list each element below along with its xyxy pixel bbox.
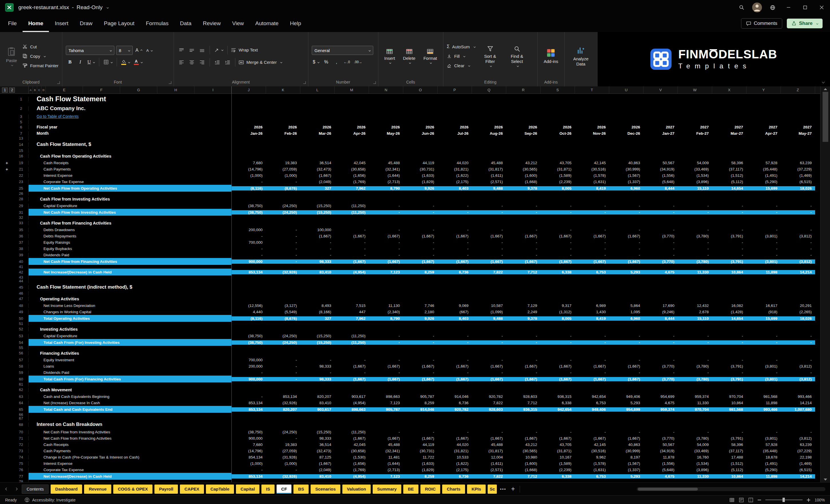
cell[interactable]: 10,167 <box>541 455 575 460</box>
cell[interactable]: 8,005 <box>541 186 575 190</box>
row-label-cell[interactable]: Net Cash Flow from Investing Activities <box>29 209 232 216</box>
cell[interactable]: - <box>609 371 643 375</box>
cell[interactable]: - <box>781 228 815 232</box>
cell[interactable]: (37,229) <box>781 167 815 171</box>
cell[interactable]: - <box>541 334 575 338</box>
cell[interactable]: - <box>643 240 678 245</box>
cell[interactable]: 7,712 <box>506 401 541 405</box>
cell[interactable]: 9,488 <box>472 316 506 321</box>
cell[interactable]: (1,000) <box>232 174 266 178</box>
cell[interactable]: Jun-26 <box>403 131 438 135</box>
cell[interactable]: (4,954) <box>334 270 369 274</box>
cell[interactable]: (34,919) <box>643 449 678 453</box>
row-header[interactable]: 55 <box>14 346 29 350</box>
number-format-select[interactable]: General <box>312 46 373 55</box>
cell[interactable]: - <box>266 247 300 251</box>
cell[interactable]: (1,656) <box>334 174 369 178</box>
borders-button[interactable] <box>102 58 114 66</box>
cell[interactable]: (2,340) <box>369 310 403 314</box>
row-header[interactable]: 3 <box>14 115 29 119</box>
cell[interactable]: - <box>746 334 781 338</box>
cell[interactable]: 7,822 <box>472 270 506 274</box>
cell[interactable]: (30,565) <box>506 449 541 453</box>
cell[interactable]: - <box>678 371 712 375</box>
cell[interactable]: 200,000 <box>232 228 266 232</box>
cell[interactable]: (24,250) <box>266 334 300 338</box>
cell[interactable]: (1,633) <box>403 461 438 466</box>
cell[interactable]: (31,821) <box>438 167 472 171</box>
cell[interactable]: 5,293 <box>609 401 643 405</box>
cell[interactable]: (3,770) <box>643 436 678 441</box>
cell[interactable]: 1,007,680 <box>781 407 815 412</box>
cell[interactable]: 6,960 <box>609 186 643 190</box>
cell[interactable]: (3,127) <box>266 304 300 308</box>
cell[interactable]: 2,180 <box>403 310 438 314</box>
cell[interactable]: 853,134 <box>232 401 266 405</box>
cell[interactable]: (8,116) <box>232 186 266 190</box>
row-header[interactable]: 72 <box>14 442 29 447</box>
cell[interactable]: (1,530) <box>334 455 369 460</box>
zoom-slider-thumb[interactable] <box>783 498 785 502</box>
cell[interactable]: 905,787 <box>403 395 438 399</box>
cell[interactable]: - <box>678 334 712 338</box>
row-label-cell[interactable]: Net (Increase) Decrease In Cash <box>29 400 232 406</box>
row-header[interactable]: 6 <box>14 125 29 129</box>
cell[interactable]: (2,713) <box>369 468 403 472</box>
copy-dropdown-icon[interactable] <box>44 55 46 57</box>
cell[interactable]: 8,419 <box>575 186 609 190</box>
cell[interactable]: 10,864 <box>712 270 746 274</box>
cell[interactable]: - <box>506 371 541 375</box>
row-label-cell[interactable]: Net Cash Flow from Investing Activities <box>29 429 232 435</box>
sheet-tab-is[interactable]: IS <box>261 484 275 494</box>
cell[interactable]: (1,667) <box>506 259 541 264</box>
cell[interactable]: 2026 <box>438 125 472 129</box>
row-header[interactable]: 31 <box>14 210 29 215</box>
cell[interactable]: (1,644) <box>369 174 403 178</box>
cell[interactable]: (1,667) <box>334 259 369 264</box>
cell[interactable]: (1,000) <box>266 461 300 466</box>
cell[interactable]: (3,780) <box>678 436 712 441</box>
cell[interactable]: 2026 <box>506 125 541 129</box>
sheet-tab-captable[interactable]: CapTable <box>206 484 234 494</box>
cell[interactable]: 7,680 <box>232 161 266 165</box>
row-label-cell[interactable] <box>29 480 232 482</box>
cell[interactable]: - <box>472 340 506 345</box>
sheet-tab-dashboard[interactable]: Dashboard <box>51 484 82 494</box>
column-header-k[interactable]: K <box>266 86 300 94</box>
cell[interactable]: - <box>403 358 438 362</box>
tab-scroll-right-button[interactable] <box>12 485 20 493</box>
menu-tab-home[interactable]: Home <box>23 15 49 32</box>
decrease-decimal-button[interactable]: .00→ <box>353 58 363 66</box>
font-dialog-launcher-icon[interactable] <box>169 81 171 84</box>
sheet-tab-charts[interactable]: Charts <box>442 484 465 494</box>
cell[interactable]: - <box>746 253 781 257</box>
row-label-cell[interactable]: Equity Raisings <box>29 239 232 245</box>
cell[interactable]: (1,667) <box>506 364 541 369</box>
row-header[interactable]: 70 <box>14 430 29 434</box>
cell[interactable]: - <box>472 210 506 215</box>
comments-button[interactable]: Comments <box>741 18 782 29</box>
cell[interactable]: - <box>438 430 472 434</box>
cell[interactable]: (11,250) <box>334 204 369 208</box>
cell[interactable]: (1,667) <box>369 259 403 264</box>
cell[interactable]: 853,134 <box>232 407 266 412</box>
cell[interactable]: (5,648) <box>643 180 678 184</box>
row-header[interactable]: 74 <box>14 455 29 460</box>
sheet-tab-capital[interactable]: Capital <box>236 484 259 494</box>
cell[interactable]: 100,000 <box>300 228 334 232</box>
cell[interactable]: 43,705 <box>541 442 575 447</box>
cell[interactable]: 14,214 <box>781 474 815 478</box>
row-header[interactable]: 75 <box>14 461 29 466</box>
cell[interactable]: (1,667) <box>403 259 438 264</box>
cell[interactable]: (1,622) <box>438 174 472 178</box>
cell[interactable]: (1,667) <box>438 234 472 238</box>
cell[interactable]: - <box>266 436 300 441</box>
cell[interactable]: (1,829) <box>403 468 438 472</box>
menu-tab-automate[interactable]: Automate <box>249 15 284 32</box>
cell[interactable]: 16,617 <box>746 304 781 308</box>
cell[interactable]: (24,250) <box>266 430 300 434</box>
row-header[interactable]: 41 <box>14 264 29 269</box>
cell[interactable]: (1,667) <box>575 364 609 369</box>
cell[interactable]: 44,020 <box>438 161 472 165</box>
cell[interactable]: (1,667) <box>438 364 472 369</box>
